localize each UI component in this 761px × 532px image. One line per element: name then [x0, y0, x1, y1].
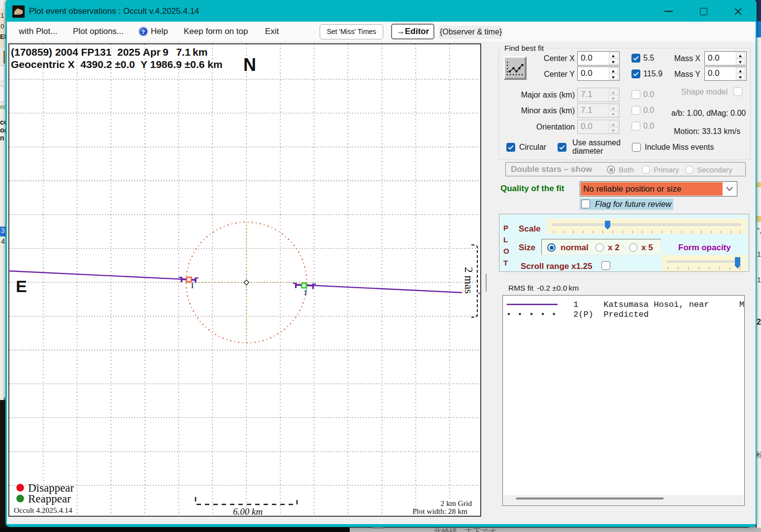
svg-text:N: N — [243, 55, 256, 75]
svg-text:1: 1 — [191, 282, 195, 290]
svg-text:E: E — [16, 277, 27, 296]
svg-text:1: 1 — [303, 289, 307, 297]
svg-text:6.00 km: 6.00 km — [233, 506, 263, 517]
svg-text:Plot width: 28 km: Plot width: 28 km — [412, 507, 467, 515]
svg-text:(170859) 2004 FP131 2025 Apr: (170859) 2004 FP131 2025 Apr 9 7.1 km — [11, 46, 207, 58]
svg-text:Occult 4.2025.4.14: Occult 4.2025.4.14 — [14, 506, 72, 514]
svg-text:Geocentric X 4390.2 ±0.0 Y 1: Geocentric X 4390.2 ±0.0 Y 1986.9 ±0.6 k… — [11, 59, 223, 70]
svg-text:Reappear: Reappear — [28, 493, 71, 505]
svg-text:2 km Grid: 2 km Grid — [440, 499, 472, 507]
svg-text:?: ? — [142, 28, 145, 35]
svg-text:2 mas: 2 mas — [463, 267, 475, 294]
